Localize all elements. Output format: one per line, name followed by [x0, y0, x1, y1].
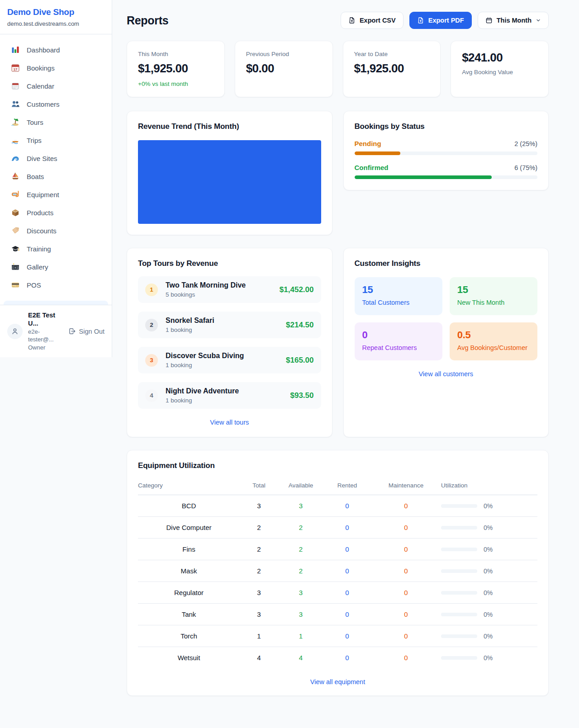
cell-total: 1: [240, 625, 278, 647]
divesites-icon: [11, 154, 20, 163]
cell-maintenance: 0: [371, 560, 441, 582]
view-all-customers-link[interactable]: View all customers: [355, 370, 538, 378]
cell-available: 2: [278, 539, 323, 560]
sidebar-item-dashboard[interactable]: Dashboard: [4, 41, 108, 59]
user-section: E2E Test U... e2e-tester@... Owner Sign …: [0, 305, 112, 357]
cell-available: 2: [278, 560, 323, 582]
sidebar-item-gallery[interactable]: Gallery: [4, 258, 108, 276]
sidebar-item-equipment[interactable]: Equipment: [4, 185, 108, 203]
cell-rented: 0: [323, 647, 371, 669]
table-row: BCD 3 3 0 0 0%: [138, 495, 537, 517]
sidebar-item-calendar[interactable]: Calendar: [4, 77, 108, 95]
sidebar-item-tours[interactable]: Tours: [4, 113, 108, 131]
table-row: Tank 3 3 0 0 0%: [138, 604, 537, 625]
sidebar-item-boats[interactable]: Boats: [4, 167, 108, 185]
utilization-percent: 0%: [484, 524, 493, 531]
bookings-icon: 17: [11, 63, 20, 72]
sidebar-item-dive-sites[interactable]: Dive Sites: [4, 149, 108, 167]
cell-available: 1: [278, 625, 323, 647]
sidebar-nav: Dashboard 17 Bookings Calendar Customers…: [0, 34, 112, 300]
sidebar-item-trips[interactable]: Trips: [4, 131, 108, 149]
cell-maintenance: 0: [371, 539, 441, 560]
utilization-percent: 0%: [484, 567, 493, 575]
cell-total: 3: [240, 582, 278, 604]
shop-domain: demo.test.divestreams.com: [7, 20, 104, 27]
view-all-tours-link[interactable]: View all tours: [138, 419, 321, 426]
sidebar-item-label: Dashboard: [27, 46, 60, 54]
tour-name: Night Dive Adventure: [166, 387, 239, 395]
cell-category: Wetsuit: [138, 647, 240, 669]
view-all-equipment-link[interactable]: View all equipment: [138, 678, 537, 685]
training-icon: [11, 244, 20, 253]
utilization-bar: [441, 569, 477, 573]
cell-rented: 0: [323, 582, 371, 604]
period-dropdown[interactable]: This Month: [478, 12, 549, 29]
insight-tile: 0.5 Avg Bookings/Customer: [450, 322, 537, 360]
sidebar-item-pos[interactable]: POS: [4, 276, 108, 294]
sidebar-item-bookings[interactable]: 17 Bookings: [4, 59, 108, 77]
export-pdf-label: Export PDF: [428, 17, 464, 24]
revenue-trend-title: Revenue Trend (This Month): [138, 122, 321, 131]
table-row: Regulator 3 3 0 0 0%: [138, 582, 537, 604]
file-download-icon: [417, 17, 424, 24]
cell-available: 3: [278, 495, 323, 517]
rank-badge: 3: [145, 354, 158, 367]
utilization-bar: [441, 591, 477, 595]
cell-total: 3: [240, 604, 278, 625]
tour-revenue: $93.50: [285, 391, 314, 400]
sidebar-item-training[interactable]: Training: [4, 240, 108, 258]
cell-rented: 0: [323, 604, 371, 625]
sidebar-item-reports-clipped[interactable]: [4, 301, 108, 305]
cell-total: 3: [240, 495, 278, 517]
insight-tiles: 15 Total Customers 15 New This Month 0 R…: [355, 277, 538, 360]
sidebar-item-label: Customers: [27, 100, 60, 108]
shop-name: Demo Dive Shop: [7, 7, 104, 17]
user-email: e2e-tester@...: [28, 328, 63, 343]
avatar: [7, 324, 23, 339]
table-row: Dive Computer 2 2 0 0 0%: [138, 517, 537, 539]
tour-name: Two Tank Morning Dive: [166, 281, 246, 289]
sign-out-label: Sign Out: [79, 328, 104, 335]
table-row: Wetsuit 4 4 0 0 0%: [138, 647, 537, 669]
top-tours-card: Top Tours by Revenue 1 Two Tank Morning …: [127, 248, 332, 437]
sidebar-item-label: Products: [27, 209, 53, 217]
user-meta: E2E Test U... e2e-tester@... Owner: [28, 311, 63, 351]
status-value: 2 (25%): [514, 140, 537, 147]
rank-badge: 4: [145, 389, 158, 402]
export-pdf-button[interactable]: Export PDF: [409, 12, 472, 29]
stat-card-avg-booking-value: $241.00 Avg Booking Value: [451, 41, 549, 97]
equipment-icon: [11, 190, 20, 199]
user-name: E2E Test U...: [28, 311, 63, 327]
sidebar-item-label: Dive Sites: [27, 155, 57, 162]
cell-rented: 0: [323, 517, 371, 539]
period-label: This Month: [497, 17, 532, 24]
sidebar-item-products[interactable]: Products: [4, 203, 108, 222]
stat-label: This Month: [138, 51, 214, 57]
cell-total: 2: [240, 560, 278, 582]
tour-revenue: $165.00: [280, 356, 313, 365]
page-header: Reports Export CSV Export PDF: [127, 12, 549, 29]
export-csv-button[interactable]: Export CSV: [341, 12, 403, 29]
sign-out-button[interactable]: Sign Out: [68, 327, 104, 335]
sidebar-item-customers[interactable]: Customers: [4, 95, 108, 113]
sidebar-item-label: Boats: [27, 173, 44, 180]
insight-value: 0: [362, 329, 435, 341]
table-row: Mask 2 2 0 0 0%: [138, 560, 537, 582]
col-header-total: Total: [240, 477, 278, 495]
equipment-table-body: BCD 3 3 0 0 0% D: [138, 495, 537, 669]
tour-list: 1 Two Tank Morning Dive 5 bookings $1,45…: [138, 276, 321, 409]
charts-row: Revenue Trend (This Month) Bookings by S…: [127, 111, 549, 235]
cell-maintenance: 0: [371, 647, 441, 669]
sidebar-item-label: Gallery: [27, 263, 48, 271]
sidebar: Demo Dive Shop demo.test.divestreams.com…: [0, 0, 112, 357]
insight-label: Avg Bookings/Customer: [457, 344, 530, 351]
sidebar-item-discounts[interactable]: Discounts: [4, 222, 108, 240]
status-progress-track: [355, 175, 538, 179]
utilization-percent: 0%: [484, 502, 493, 510]
tour-row: 2 Snorkel Safari 1 booking $214.50: [138, 312, 321, 338]
col-header-category: Category: [138, 477, 240, 495]
trips-icon: [11, 136, 20, 145]
equipment-utilization-card: Equipment Utilization Category Total Ava…: [127, 450, 549, 696]
insights-row: Top Tours by Revenue 1 Two Tank Morning …: [127, 248, 549, 437]
status-row: Confirmed 6 (75%): [355, 164, 538, 179]
